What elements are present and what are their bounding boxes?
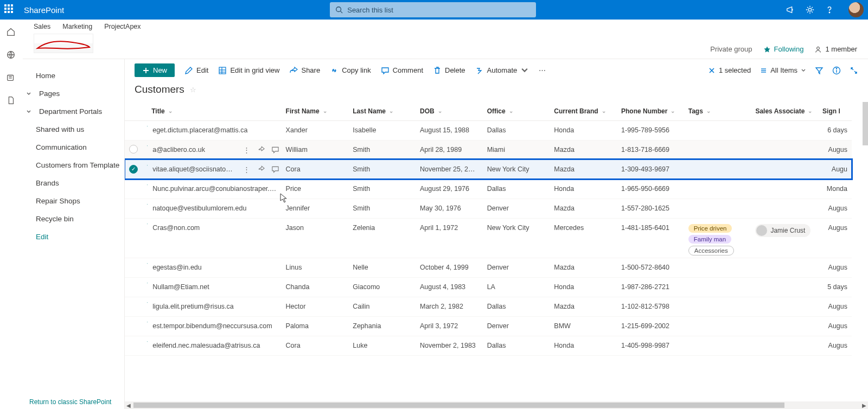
new-button[interactable]: New — [135, 63, 175, 77]
tag-accessories[interactable]: Accessories — [688, 246, 734, 255]
more-button[interactable]: ⋯ — [539, 66, 546, 74]
row-title-cell[interactable]: Nunc.pulvinar.arcu@conubianostraper.edu — [147, 179, 281, 199]
nav-customers[interactable]: Customers from Template — [23, 156, 124, 174]
scroll-left-icon[interactable]: ◀ — [125, 401, 132, 409]
help-icon[interactable] — [825, 5, 834, 15]
nav-recycle[interactable]: Recycle bin — [23, 210, 124, 228]
view-selector[interactable]: All Items — [760, 66, 806, 74]
row-title-cell[interactable]: Cras@non.com — [147, 218, 281, 258]
table-row[interactable]: eleifend.nec.malesuada@atrisus.caCoraLuk… — [125, 336, 852, 355]
table-row[interactable]: Nunc.pulvinar.arcu@conubianostraper.eduP… — [125, 179, 852, 199]
header-office[interactable]: Office⌄ — [483, 102, 550, 120]
tag-price[interactable]: Price driven — [688, 224, 732, 233]
header-sign[interactable]: Sign l — [818, 102, 852, 120]
header-brand[interactable]: Current Brand⌄ — [550, 102, 617, 120]
nav-sales[interactable]: Sales — [34, 23, 50, 30]
automate-button[interactable]: Automate — [475, 66, 529, 75]
favorite-star-icon[interactable]: ☆ — [190, 86, 196, 94]
row-select-checked-icon[interactable] — [129, 165, 138, 174]
row-title-cell[interactable]: eget.dictum.placerat@mattis.ca — [147, 120, 281, 140]
tag-family[interactable]: Family man — [688, 235, 731, 244]
nav-brands[interactable]: Brands — [23, 174, 124, 192]
row-select-cell[interactable] — [125, 199, 147, 218]
user-avatar[interactable] — [848, 2, 864, 17]
scroll-right-icon[interactable]: ▶ — [860, 401, 868, 409]
row-comment-icon[interactable] — [271, 146, 279, 154]
gear-icon[interactable] — [805, 5, 815, 15]
nav-communication[interactable]: Communication — [23, 138, 124, 156]
table-row[interactable]: a@aclibero.co.uk⋮WilliamSmithApril 28, 1… — [125, 140, 852, 159]
members-button[interactable]: 1 member — [814, 45, 857, 53]
table-row[interactable]: egestas@in.eduLinusNelleOctober 4, 1999D… — [125, 258, 852, 277]
news-icon[interactable] — [6, 73, 17, 84]
table-row[interactable]: vitae.aliquet@sociisnato…⋮CoraSmithNovem… — [125, 159, 852, 179]
row-share-icon[interactable] — [257, 165, 265, 174]
row-select-cell[interactable] — [125, 258, 147, 277]
app-launcher-icon[interactable] — [4, 4, 15, 15]
row-select-cell[interactable] — [125, 120, 147, 140]
row-title-cell[interactable]: est.tempor.bibendum@neccursusa.com — [147, 316, 281, 336]
row-title-cell[interactable]: vitae.aliquet@sociisnato…⋮ — [147, 159, 281, 179]
row-more-icon[interactable]: ⋮ — [243, 146, 250, 154]
row-select-cell[interactable] — [125, 336, 147, 355]
header-select[interactable] — [125, 102, 147, 120]
grid-edit-button[interactable]: Edit in grid view — [218, 66, 279, 75]
table-row[interactable]: eget.dictum.placerat@mattis.caXanderIsab… — [125, 120, 852, 140]
row-comment-icon[interactable] — [271, 165, 279, 174]
site-logo[interactable] — [34, 34, 93, 53]
horizontal-scrollbar[interactable]: ◀ ▶ — [125, 401, 868, 409]
return-classic-link[interactable]: Return to classic SharePoint — [29, 398, 111, 406]
info-icon[interactable] — [832, 66, 841, 75]
home-icon[interactable] — [6, 27, 17, 38]
vertical-scrollbar[interactable] — [863, 102, 868, 145]
megaphone-icon[interactable] — [786, 5, 795, 15]
nav-marketing[interactable]: Marketing — [62, 23, 92, 30]
row-title-cell[interactable]: Nullam@Etiam.net — [147, 277, 281, 297]
share-button[interactable]: Share — [289, 66, 320, 75]
search-input[interactable]: Search this list — [330, 2, 536, 17]
delete-button[interactable]: Delete — [433, 66, 465, 75]
row-select-cell[interactable] — [125, 159, 147, 179]
table-row[interactable]: natoque@vestibulumlorem.eduJenniferSmith… — [125, 199, 852, 218]
row-select-circle[interactable] — [129, 145, 138, 154]
globe-icon[interactable] — [6, 50, 17, 61]
row-title-cell[interactable]: natoque@vestibulumlorem.edu — [147, 199, 281, 218]
assoc-chip[interactable]: Jamie Crust — [755, 224, 810, 237]
row-more-icon[interactable]: ⋮ — [243, 165, 250, 174]
expand-icon[interactable] — [850, 66, 858, 75]
nav-home[interactable]: Home — [23, 67, 124, 85]
files-icon[interactable] — [6, 95, 17, 106]
header-phone[interactable]: Phone Number⌄ — [617, 102, 684, 120]
header-dob[interactable]: DOB⌄ — [416, 102, 483, 120]
nav-dept[interactable]: Department Portals — [23, 103, 124, 120]
row-title-cell[interactable]: eleifend.nec.malesuada@atrisus.ca — [147, 336, 281, 355]
row-select-cell[interactable] — [125, 277, 147, 297]
copylink-button[interactable]: Copy link — [330, 66, 371, 75]
following-button[interactable]: Following — [763, 45, 804, 53]
table-row[interactable]: est.tempor.bibendum@neccursusa.comPaloma… — [125, 316, 852, 336]
table-row[interactable]: Cras@non.comJasonZeleniaApril 1, 1972New… — [125, 218, 852, 258]
header-tags[interactable]: Tags⌄ — [684, 102, 751, 120]
row-select-cell[interactable] — [125, 297, 147, 316]
row-title-cell[interactable]: egestas@in.edu — [147, 258, 281, 277]
nav-project[interactable]: ProjectApex — [104, 23, 141, 30]
selection-count[interactable]: 1 selected — [708, 66, 751, 74]
edit-button[interactable]: Edit — [184, 66, 208, 75]
filter-icon[interactable] — [815, 66, 824, 75]
nav-pages[interactable]: Pages — [23, 85, 124, 103]
nav-repair[interactable]: Repair Shops — [23, 192, 124, 210]
product-name[interactable]: SharePoint — [24, 5, 64, 15]
header-assoc[interactable]: Sales Associate⌄ — [751, 102, 818, 120]
row-title-cell[interactable]: ligula.elit.pretium@risus.ca — [147, 297, 281, 316]
row-title-cell[interactable]: a@aclibero.co.uk⋮ — [147, 140, 281, 159]
row-select-cell[interactable] — [125, 179, 147, 199]
header-lastname[interactable]: Last Name⌄ — [348, 102, 416, 120]
nav-edit[interactable]: Edit — [23, 228, 124, 246]
table-row[interactable]: Nullam@Etiam.netChandaGiacomoAugust 4, 1… — [125, 277, 852, 297]
comment-button[interactable]: Comment — [381, 66, 423, 75]
table-row[interactable]: ligula.elit.pretium@risus.caHectorCailin… — [125, 297, 852, 316]
row-select-cell[interactable] — [125, 140, 147, 159]
header-title[interactable]: Title⌄ — [147, 102, 281, 120]
row-select-cell[interactable] — [125, 218, 147, 258]
row-select-cell[interactable] — [125, 316, 147, 336]
